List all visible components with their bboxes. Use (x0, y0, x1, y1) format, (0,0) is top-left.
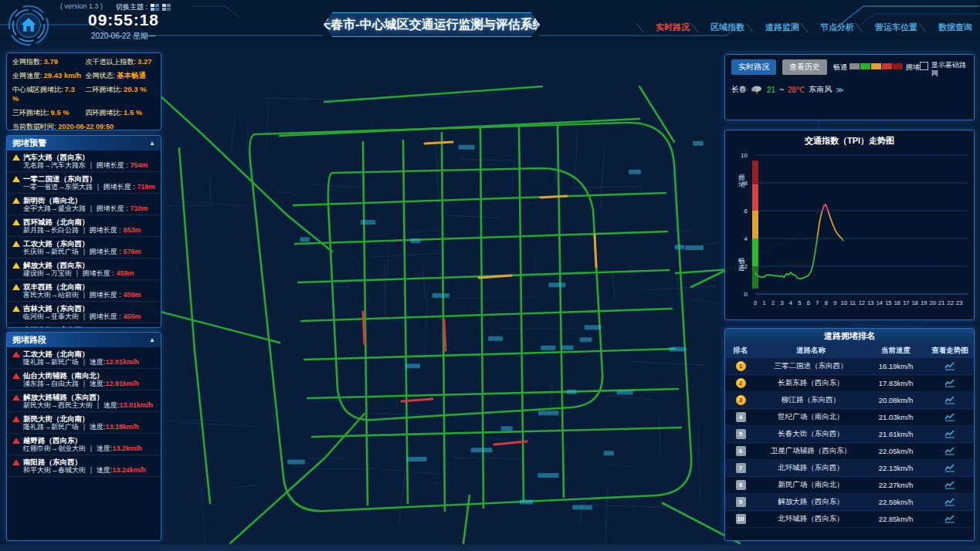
road-section: 富民大街→站前街 (23, 291, 79, 299)
tpi-line-chart[interactable]: 0246810012345678910111213141516171819202… (727, 149, 972, 313)
congestion-length: 459m (123, 291, 141, 299)
svg-text:22: 22 (948, 299, 954, 306)
temp-low: 21 (767, 86, 775, 94)
trend-chart-icon[interactable] (944, 497, 955, 506)
nav-item[interactable]: 道路监测 (765, 22, 799, 33)
table-row[interactable]: 2 长新东路（西向东） 17.83km/h (725, 375, 974, 392)
svg-text:17: 17 (903, 299, 909, 306)
date: 2020-06-22 星期一 (62, 31, 185, 42)
theme-swatch-icon[interactable] (162, 4, 171, 11)
trend-chart-icon[interactable] (944, 514, 955, 523)
speed-value: 22.85km/h (866, 515, 926, 523)
collapse-icon[interactable]: ▲ (149, 136, 155, 150)
road-section: 临河街→亚泰大街 (23, 313, 79, 320)
trend-chart-icon[interactable] (944, 378, 955, 387)
weather-more-link[interactable]: ≫ (836, 86, 843, 94)
nav-item[interactable]: 营运车位置 (875, 22, 917, 33)
panel-header: 拥堵预警 ▲ (7, 136, 161, 150)
rank-badge: 9 (736, 497, 746, 507)
wind-label: 东南风 (809, 84, 832, 95)
collapse-icon[interactable]: ▲ (149, 333, 155, 347)
congestion-ranking-panel: 道路拥堵排名 排名 道路名称 当前速度 查看走势图 1 三零二国道（东向西） 1… (724, 328, 975, 541)
svg-text:21: 21 (938, 299, 944, 306)
clock: 09:55:18 (62, 11, 185, 29)
warning-item[interactable]: 南湖大路（东向西） 南湖新村中街→南湖广场 ｜ 拥堵长度 : 438m (7, 323, 161, 327)
table-row[interactable]: 1 三零二国道（东向西） 16.19km/h (725, 358, 974, 375)
nav-separator (800, 23, 819, 32)
road-name: 柳江路（东向西） (756, 395, 866, 405)
trend-chart-icon[interactable] (944, 446, 955, 455)
table-row[interactable]: 10 北环城路（西向东） 22.85km/h (725, 511, 974, 528)
warning-item[interactable]: 一零二国道（东向西） 一零一省道→东荣大路 ｜ 拥堵长度 : 719m (7, 172, 161, 194)
congested-item[interactable]: 仙台大街辅路（南向北） 浦东路→自由大路 ｜ 速度:12.91km/h (7, 369, 161, 390)
svg-text:拥堵: 拥堵 (738, 174, 745, 188)
svg-text:18: 18 (912, 299, 918, 306)
table-title: 道路拥堵排名 (725, 329, 974, 343)
congestion-legend: 畅通 拥堵 (833, 63, 920, 73)
speed-value: 22.59km/h (866, 498, 926, 506)
trend-chart-icon[interactable] (944, 480, 955, 489)
table-header-row: 排名 道路名称 当前速度 查看走势图 (725, 343, 974, 358)
warning-icon (12, 198, 20, 204)
tab-history[interactable]: 查看历史 (782, 59, 827, 75)
nav-item[interactable]: 数据查询 (938, 22, 972, 33)
warning-item[interactable]: 西环城路（北向南） 新月路→长白公路 ｜ 拥堵长度 : 653m (7, 215, 161, 237)
table-row[interactable]: 8 新民广场（南向北） 22.27km/h (725, 477, 974, 494)
congested-item[interactable]: 新民大街（北向南） 隆礼路→新民广场 ｜ 速度:13.18km/h (7, 412, 161, 434)
temp-high: 28℃ (788, 86, 805, 94)
stats-grid: 全网指数:3.79 次干道以上指数:3.27 全网速度:29.43 km/h 全… (12, 57, 155, 117)
road-name: 长新东路（西向东） (756, 378, 866, 388)
table-row[interactable]: 3 柳江路（东向西） 20.08km/h (725, 392, 974, 409)
rank-badge: 10 (736, 514, 746, 524)
road-section: 金宇大路→盛业大路 (23, 205, 86, 212)
svg-text:4: 4 (744, 235, 748, 242)
congested-item[interactable]: 南阳路（东向西） 和平大街→春城大街 ｜ 速度:13.24km/h (7, 455, 161, 477)
home-logo[interactable] (6, 3, 51, 48)
table-row[interactable]: 7 北环城路（东向西） 22.13km/h (725, 460, 974, 477)
table-row[interactable]: 4 世纪广场（南向北） 21.03km/h (725, 409, 974, 426)
trend-chart-icon[interactable] (944, 412, 955, 421)
stat-label: 全网状态: (86, 72, 116, 79)
trend-chart-icon[interactable] (944, 361, 955, 370)
tab-realtime[interactable]: 实时路况 (731, 59, 776, 75)
warning-item[interactable]: 工农大路（东向西） 长庆街→新民广场 ｜ 拥堵长度 : 576m (7, 237, 161, 259)
road-name: 吉林大路（东向西） (23, 304, 90, 313)
city-label: 长春 (731, 84, 747, 95)
road-name: 卫星广场辅路（西向东） (756, 446, 866, 456)
theme-swatch-icon[interactable] (151, 4, 159, 11)
table-row[interactable]: 6 卫星广场辅路（西向东） 22.05km/h (725, 443, 974, 460)
warning-item[interactable]: 吉林大路（东向西） 临河街→亚泰大街 ｜ 拥堵长度 : 455m (7, 302, 161, 323)
road-section: 隆礼路→新民广场 (23, 423, 79, 431)
nav-item[interactable]: 区域指数 (710, 22, 744, 33)
warning-item[interactable]: 新明街（南向北） 金宇大路→盛业大路 ｜ 拥堵长度 : 710m (7, 194, 161, 215)
stat-label: 全网速度: (12, 72, 42, 79)
trend-chart-icon[interactable] (944, 429, 955, 438)
svg-text:7: 7 (816, 299, 819, 306)
svg-text:畅通: 畅通 (738, 257, 745, 272)
warning-item[interactable]: 汽车大路（西向东） 无名路→汽车大路东 ｜ 拥堵长度 : 754m (7, 150, 161, 172)
warning-item[interactable]: 解放大路（西向东） 建设街→万宝街 ｜ 拥堵长度 : 459m (7, 259, 161, 280)
speed-value: 17.83km/h (866, 379, 926, 387)
trend-chart-icon[interactable] (944, 395, 955, 404)
checkbox-icon[interactable] (920, 62, 928, 70)
stat-cell: 全网速度:29.43 km/h (12, 71, 83, 80)
road-name: 工农大路（北向南） (23, 350, 90, 358)
nav-separator (636, 23, 654, 32)
svg-text:15: 15 (885, 299, 891, 306)
table-row[interactable]: 9 解放大路（西向东） 22.59km/h (725, 494, 974, 511)
stat-value: 3.27 (137, 57, 152, 66)
svg-text:16: 16 (894, 299, 900, 306)
nav-separator (745, 23, 764, 32)
table-row[interactable]: 5 长春大街（东向西） 21.61km/h (725, 426, 974, 443)
trend-chart-icon[interactable] (944, 463, 955, 472)
warning-item[interactable]: 双丰西路（北向南） 富民大街→站前街 ｜ 拥堵长度 : 459m (7, 280, 161, 302)
road-name: 南湖大路（东向西） (23, 326, 90, 327)
nav-item[interactable]: 节点分析 (820, 22, 854, 33)
warning-icon (12, 327, 20, 328)
congested-item[interactable]: 解放大路辅路（东向西） 新民大街→西民主大街 ｜ 速度:13.01km/h (7, 390, 161, 412)
stat-cell: 二环拥堵比:20.3 % (86, 85, 156, 103)
base-network-checkbox[interactable]: 显示基础路网 (920, 61, 968, 78)
congested-item[interactable]: 越野路（西向东） 红领巾街→创业大街 ｜ 速度:13.2km/h (7, 434, 161, 455)
nav-item[interactable]: 实时路况 (656, 22, 690, 33)
congested-item[interactable]: 工农大路（北向南） 隆礼路→新民广场 ｜ 速度:12.01km/h (7, 347, 161, 369)
